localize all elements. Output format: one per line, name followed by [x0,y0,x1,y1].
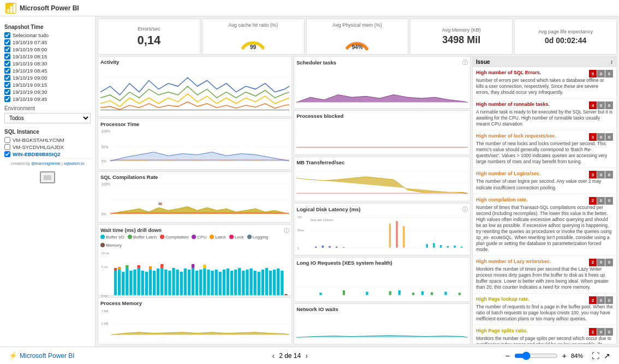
legend-color [128,235,132,239]
bottom-right: − + 84% ⛶ ↗ [505,351,610,360]
snapshot-checkbox[interactable] [4,46,10,52]
issue-badge-value: 3 [589,171,597,178]
snapshot-item[interactable]: 19/10/19 07:45 [4,39,91,45]
snapshot-checkbox[interactable] [4,96,10,102]
kpi-errors-sec: Errors/sec 0,14 [98,19,200,55]
sql-instance-title: SQL Instance [4,129,91,135]
svg-rect-130 [431,293,433,295]
snapshot-item[interactable]: 19/10/19 09:45 [4,96,91,102]
scheduler-info-icon[interactable]: ⓘ [462,59,468,67]
next-page-btn[interactable]: › [305,351,308,360]
fullscreen-btn[interactable]: ⛶ [592,351,599,360]
snapshot-item[interactable]: 19/10/19 09:00 [4,75,91,81]
snapshot-checkbox[interactable] [4,89,10,95]
snapshot-checkbox[interactable] [4,82,10,88]
kpi-phymem-title: Avg Physical mem (%) [332,22,382,28]
svg-text:99: 99 [250,44,257,50]
logical-disk-title: Logical Disk Latency (ms) [296,206,360,212]
legend-color [160,235,164,239]
svg-rect-2 [13,3,15,13]
instance-item[interactable]: VM-SYCDVHLGAJDX [4,144,91,150]
svg-rect-44 [145,272,148,295]
svg-rect-45 [149,270,152,295]
issue-badge-value: 0 [597,197,605,205]
snapshot-item[interactable]: 19/10/19 08:30 [4,61,91,67]
kpi-errors-value: 0,14 [137,33,160,47]
instance-checkbox[interactable] [4,144,10,150]
svg-rect-109 [336,247,337,248]
svg-rect-82 [277,268,279,295]
issue-description: The number of requests to find a page in… [476,304,613,322]
issue-badge-value: 0 [597,259,605,266]
snapshot-checkbox[interactable] [4,61,10,67]
disk-info-icon[interactable]: ⓘ [462,206,468,213]
issue-badge-value: 3 [589,133,597,141]
svg-rect-1 [10,5,13,13]
svg-rect-51 [164,270,167,295]
svg-marker-15 [110,152,289,160]
zoom-out-btn[interactable]: − [505,351,510,360]
instance-item[interactable]: WIN-EBDB9B8SIQ2 [4,151,91,157]
sqlwatch-logo: created by @marcingminsk | sqlwatch.io [4,158,91,168]
svg-rect-36 [122,272,124,295]
share-btn[interactable]: ↗ [604,351,610,360]
instance-item[interactable]: VM-BGKSTAHLYCNM [4,137,91,143]
snapshot-item[interactable]: 19/10/19 08:45 [4,68,91,74]
svg-rect-70 [230,271,233,295]
svg-rect-61 [199,270,202,295]
snapshot-item[interactable]: 19/10/19 08:15 [4,53,91,59]
issue-description: Monitors the number of page splits per s… [476,336,613,344]
svg-rect-33 [114,268,117,271]
svg-rect-71 [234,270,237,295]
svg-rect-38 [126,265,128,268]
environment-label: Environment [4,105,91,111]
svg-text:50%: 50% [102,145,109,148]
zoom-level: 84% [571,353,587,359]
wait-time-svg: 10 ms 5 ms 0 ms [100,249,289,298]
svg-rect-46 [149,266,152,270]
snapshot-checkbox[interactable] [4,68,10,74]
powerbi-icon [5,3,16,14]
svg-rect-69 [227,268,229,295]
legend-item: Memory [100,243,122,248]
svg-text:10 ms: 10 ms [102,251,110,254]
environment-select[interactable]: Todos [4,113,91,123]
svg-rect-84 [284,294,287,295]
issue-item: High number of Logins/sec. 300 The numbe… [473,168,616,194]
svg-rect-113 [403,226,404,248]
snapshot-checkbox[interactable] [4,39,10,45]
instance-checkbox[interactable] [4,137,10,143]
select-all-item[interactable]: Selecionar tudo [4,32,91,38]
zoom-in-btn[interactable]: + [562,351,567,360]
snapshot-item[interactable]: 19/10/19 09:30 [4,89,91,95]
svg-text:0: 0 [297,246,299,249]
svg-rect-80 [269,271,272,295]
svg-text:Hi: Hi [159,201,162,205]
issue-badge-value: 0 [605,328,613,336]
scheduler-tasks-title: Scheduler tasks [296,59,336,65]
svg-rect-60 [195,271,198,295]
snapshot-checkbox[interactable] [4,53,10,59]
issue-badge-value: 0 [597,133,605,141]
processes-blocked-chart: Processes blocked [294,110,471,155]
zoom-slider[interactable] [514,351,558,360]
issue-badges: 200 [589,296,613,304]
issue-badge-value: 0 [597,171,605,178]
processor-svg: 100% 50% 0% [100,128,289,165]
snapshot-item[interactable]: 19/10/19 09:15 [4,82,91,88]
wait-time-info-icon[interactable]: ⓘ [284,227,289,235]
issue-badge-value: 0 [605,171,613,178]
issue-badge-value: 0 [605,102,613,109]
process-memory-title: Process Memory [100,300,289,306]
instance-checkbox[interactable] [4,151,10,157]
svg-rect-110 [343,247,344,248]
svg-text:0 ms: 0 ms [102,294,108,297]
kpi-avgmem-title: Avg Memory (KB) [442,27,481,33]
svg-rect-0 [7,9,9,13]
select-all-checkbox[interactable] [4,32,10,38]
prev-page-btn[interactable]: ‹ [272,351,275,360]
snapshot-checkbox[interactable] [4,75,10,81]
snapshot-item[interactable]: 19/10/19 08:00 [4,46,91,52]
legend-color [247,235,252,239]
issue-sort-icon[interactable]: ↕ [610,59,613,65]
